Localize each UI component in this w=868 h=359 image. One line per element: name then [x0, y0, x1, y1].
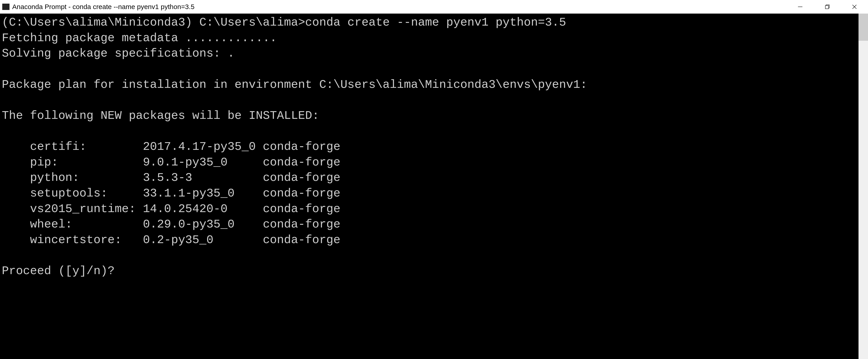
terminal[interactable]: (C:\Users\alima\Miniconda3) C:\Users\ali…	[0, 13, 859, 359]
pkg-name: wincertstore:	[30, 233, 122, 247]
pkg-name: wheel:	[30, 218, 72, 231]
pkg-name: pip:	[30, 156, 58, 169]
prompt-path: C:\Users\alima>	[199, 16, 305, 29]
pkg-name: vs2015_runtime:	[30, 202, 136, 216]
installed-header: The following NEW packages will be INSTA…	[2, 109, 319, 122]
titlebar-left: Anaconda Prompt - conda create --name py…	[2, 3, 194, 11]
svg-rect-2	[825, 6, 829, 9]
scrollbar-thumb[interactable]	[859, 13, 868, 41]
pkg-channel: conda-forge	[263, 156, 340, 169]
maximize-button[interactable]	[814, 0, 841, 13]
minimize-icon	[797, 4, 803, 10]
command-text: conda create --name pyenv1 python=3.5	[305, 16, 566, 29]
pkg-channel: conda-forge	[263, 140, 340, 154]
pkg-version: 33.1.1-py35_0	[143, 187, 235, 200]
pkg-name: python:	[30, 171, 79, 185]
pkg-channel: conda-forge	[263, 187, 340, 200]
titlebar[interactable]: Anaconda Prompt - conda create --name py…	[0, 0, 868, 13]
pkg-version: 3.5.3-3	[143, 171, 192, 185]
close-button[interactable]	[841, 0, 868, 13]
titlebar-controls	[786, 0, 868, 13]
pkg-name: setuptools:	[30, 187, 107, 200]
plan-line: Package plan for installation in environ…	[2, 78, 587, 91]
pkg-channel: conda-forge	[263, 202, 340, 216]
pkg-version: 9.0.1-py35_0	[143, 156, 227, 169]
minimize-button[interactable]	[786, 0, 814, 13]
pkg-channel: conda-forge	[263, 171, 340, 185]
pkg-version: 14.0.25420-0	[143, 202, 227, 216]
fetching-line: Fetching package metadata .............	[2, 31, 277, 45]
pkg-version: 2017.4.17-py35_0	[143, 140, 256, 154]
close-icon	[851, 4, 857, 10]
scrollbar[interactable]	[859, 13, 868, 359]
window-title: Anaconda Prompt - conda create --name py…	[12, 3, 194, 11]
proceed-prompt: Proceed ([y]/n)?	[2, 265, 115, 278]
solving-line: Solving package specifications: .	[2, 47, 235, 60]
pkg-channel: conda-forge	[263, 233, 340, 247]
terminal-area: (C:\Users\alima\Miniconda3) C:\Users\ali…	[0, 13, 868, 359]
prompt-env: (C:\Users\alima\Miniconda3)	[2, 16, 192, 29]
pkg-version: 0.2-py35_0	[143, 233, 213, 247]
maximize-icon	[825, 4, 830, 10]
pkg-channel: conda-forge	[263, 218, 340, 231]
pkg-version: 0.29.0-py35_0	[143, 218, 235, 231]
app-icon	[2, 4, 9, 10]
pkg-name: certifi:	[30, 140, 87, 154]
app-window: Anaconda Prompt - conda create --name py…	[0, 0, 868, 359]
